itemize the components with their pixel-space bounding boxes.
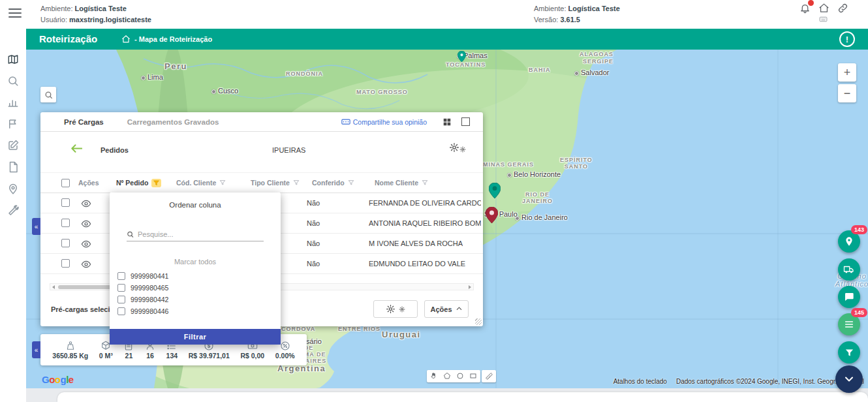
bottom-collapsed-bar[interactable] (57, 392, 868, 402)
tab-pre-cargas[interactable]: Pré Cargas (52, 112, 116, 131)
view-order-icon[interactable] (81, 198, 91, 211)
share-feedback-link[interactable]: Compartilhe sua opinião (341, 118, 427, 126)
row-checkbox[interactable] (61, 239, 70, 247)
env-value: Logística Teste (75, 5, 127, 12)
view-order-icon[interactable] (81, 239, 91, 252)
sidebar-tools-icon[interactable] (7, 205, 19, 219)
link-icon[interactable] (837, 3, 848, 16)
markers-count-badge: 143 (851, 225, 867, 234)
selected-precargas-label: Pré-cargas selecio (51, 305, 114, 313)
grid-view-icon[interactable] (442, 117, 452, 129)
notifications-bell-icon[interactable] (799, 3, 811, 16)
filter-option[interactable]: 9999980446 (117, 307, 168, 315)
tab-carregamentos-gravados[interactable]: Carregamentos Gravados (116, 112, 231, 131)
list-count-badge: 145 (851, 308, 867, 317)
filter-option[interactable]: 9999980442 (117, 296, 168, 303)
search-icon (127, 230, 134, 238)
filter-funnel-icon[interactable] (422, 179, 428, 186)
sidebar-chart-icon[interactable] (7, 97, 19, 111)
column-cod-cliente: Cód. Cliente (176, 179, 216, 187)
sidebar-search-icon[interactable] (7, 75, 19, 89)
breadcrumb: - Mapa de Roteirização (134, 35, 212, 43)
table-header: Ações Nº Pedido Cód. Cliente Tipo Client… (40, 172, 483, 193)
fab-collapse-button[interactable] (835, 365, 863, 393)
user-value: maxstring.logisticateste (69, 16, 151, 23)
panel-resize-handle[interactable] (475, 318, 482, 325)
option-checkbox[interactable] (117, 296, 125, 303)
panel-collapse-tab[interactable]: « (32, 218, 40, 235)
zoom-out-button[interactable]: − (838, 84, 856, 102)
version-label: Versão: (534, 16, 558, 23)
sidebar-document-icon[interactable] (7, 161, 19, 176)
sidebar-pin-icon[interactable] (7, 183, 19, 198)
keyboard-icon[interactable] (819, 14, 828, 26)
map-search-button[interactable] (40, 87, 56, 102)
view-order-icon[interactable] (81, 219, 91, 232)
menu-icon[interactable] (8, 8, 22, 19)
draw-circle-icon[interactable] (456, 371, 464, 382)
sidebar-edit-icon[interactable] (7, 140, 19, 154)
alert-button[interactable]: ! (839, 31, 855, 47)
fab-filter-button[interactable] (838, 341, 860, 363)
fab-truck-button[interactable] (838, 258, 860, 281)
column-pedido: Nº Pedido (116, 179, 148, 187)
sidebar-flag-icon[interactable] (7, 118, 19, 132)
column-conferido: Conferido (312, 179, 345, 187)
filter-option[interactable]: 9999980465 (117, 284, 168, 292)
totals-collapse-tab[interactable]: « (32, 341, 40, 358)
map-marker-small[interactable] (457, 51, 466, 65)
row-checkbox[interactable] (61, 198, 70, 207)
acoes-button[interactable]: Ações (424, 300, 469, 318)
back-button[interactable] (70, 144, 82, 156)
scroll-left-arrow[interactable] (50, 284, 57, 290)
draw-toolbar (427, 370, 480, 382)
panel-settings-icon[interactable] (449, 142, 466, 153)
bottom-strip (0, 388, 868, 402)
nome-cliente-cell: FERNANDA DE OLIVEIRA CARDO (369, 199, 481, 207)
select-all-checkbox[interactable] (61, 179, 70, 187)
sidebar (0, 29, 26, 402)
scroll-right-arrow[interactable] (467, 284, 473, 290)
pan-hand-icon[interactable] (430, 371, 438, 382)
sidebar-map-icon[interactable] (7, 54, 19, 68)
map-credits: Atalhos do teclado Dados cartográficos ©… (613, 378, 864, 385)
map-marker-teal[interactable] (489, 183, 501, 201)
filter-funnel-icon[interactable] (219, 179, 226, 186)
nome-cliente-cell: M IVONE ALVES DA ROCHA (369, 240, 463, 247)
filter-search-input[interactable] (138, 230, 264, 238)
map-marker-red[interactable] (486, 207, 498, 226)
google-logo[interactable]: Google (42, 374, 74, 385)
zoom-in-button[interactable]: + (838, 63, 856, 82)
column-nome-cliente: Nome Cliente (375, 179, 418, 187)
select-all-label: Marcar todos (110, 258, 281, 266)
footer-settings-button[interactable] (373, 300, 418, 318)
filter-funnel-active-icon[interactable] (151, 179, 161, 187)
breadcrumb-home-icon[interactable] (121, 35, 131, 46)
total-weight: 3650.85 Kg (52, 341, 88, 360)
row-checkbox[interactable] (61, 219, 70, 227)
filter-option[interactable]: 9999980441 (117, 272, 168, 280)
filter-funnel-icon[interactable] (293, 179, 300, 186)
keyboard-shortcuts-link[interactable]: Atalhos do teclado (613, 378, 667, 385)
conferido-cell: Não (307, 240, 320, 247)
fab-chat-button[interactable] (838, 286, 860, 308)
view-order-icon[interactable] (81, 259, 91, 272)
apply-filter-button[interactable]: Filtrar (110, 329, 281, 345)
measure-ruler-icon[interactable] (482, 370, 496, 382)
draw-polygon-icon[interactable] (443, 371, 451, 382)
route-title: IPUEIRAS (272, 146, 305, 154)
option-checkbox[interactable] (117, 284, 125, 292)
filter-funnel-icon[interactable] (348, 179, 354, 186)
option-checkbox[interactable] (117, 272, 125, 280)
filter-popup-title: Ordenar coluna (110, 193, 281, 209)
weight-icon (65, 341, 76, 351)
topbar: Ambiente: Logística Teste Usuário: maxst… (0, 0, 868, 29)
page-title: Roteirização (39, 33, 97, 44)
notification-badge (808, 0, 814, 6)
row-checkbox[interactable] (61, 259, 70, 268)
option-checkbox[interactable] (117, 307, 125, 315)
select-mode-icon[interactable] (461, 117, 470, 126)
environment-info: Ambiente: Logística Teste Usuário: maxst… (40, 3, 151, 25)
draw-rectangle-icon[interactable] (469, 371, 477, 382)
env-label: Ambiente: (40, 5, 73, 12)
